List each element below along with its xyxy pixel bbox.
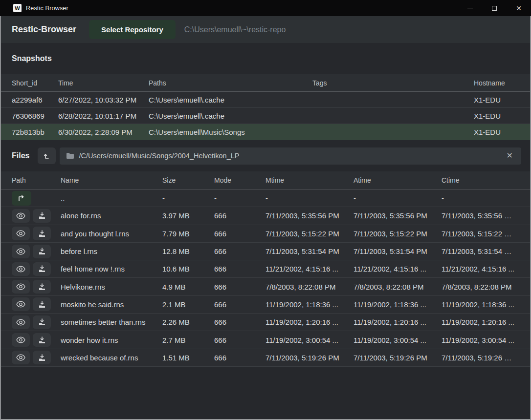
go-up-level-button[interactable] [38,147,56,164]
file-row: moskito he said.rns 2.1 MB 666 11/19/200… [1,296,530,314]
file-name: wrecked because of.rns [61,354,162,362]
minimize-button[interactable] [458,0,482,16]
snapshot-row[interactable]: a2299af6 6/27/2022, 10:03:32 PM C:\Users… [1,92,530,108]
download-file-button[interactable] [33,333,51,347]
file-atime: 11/21/2002, 4:15:16 ... [354,265,442,273]
current-path-bar[interactable]: /C/Users/emuell/Music/Songs/2004_Helveti… [60,147,521,165]
file-mode: 666 [214,283,266,291]
download-icon [38,336,46,344]
column-header-time: Time [58,79,149,87]
download-file-button[interactable] [33,280,51,294]
file-row: feel home now !.rns 10.6 MB 666 11/21/20… [1,260,530,278]
snapshot-short-id: 76306869 [12,112,58,120]
select-repository-button[interactable]: Select Repository [89,20,176,39]
snapshot-hostname: X1-EDU [474,128,519,136]
close-icon: ✕ [516,4,522,12]
toolbar: Restic-Browser Select Repository C:\User… [1,16,530,43]
column-header-path: Path [12,176,61,184]
download-icon [38,230,46,237]
snapshot-row[interactable]: 72b813bb 6/30/2022, 2:28:09 PM C:\Users\… [1,124,530,140]
column-header-mtime: Mtime [266,176,354,184]
preview-file-button[interactable] [12,227,30,240]
preview-file-button[interactable] [12,245,30,258]
file-row: Helvikone.rns 4.9 MB 666 7/8/2003, 8:22:… [1,278,530,295]
current-path-text: /C/Users/emuell/Music/Songs/2004_Helveti… [79,152,504,160]
file-ctime: 7/11/2003, 5:35:56 PM [442,211,519,220]
file-size: 4.9 MB [162,283,214,291]
snapshot-paths: C:\Users\emuell\.cache [149,112,312,120]
snapshot-time: 6/27/2022, 10:03:32 PM [58,96,149,104]
column-header-tags: Tags [312,79,474,87]
app-window: W Restic Browser ✕ Restic-Browser Select… [0,0,531,420]
return-arrow-icon [17,195,26,202]
open-parent-button[interactable] [12,191,31,206]
file-row: and you thought l.rns 7.79 MB 666 7/11/2… [1,225,530,243]
download-file-button[interactable] [33,351,51,364]
preview-file-button[interactable] [12,351,30,364]
download-file-button[interactable] [33,227,51,240]
file-name: before l.rns [61,247,162,255]
file-atime: 7/11/2003, 5:35:56 PM [354,211,442,220]
parent-ctime: - [442,194,519,202]
preview-file-button[interactable] [12,333,30,347]
app-logo-icon: W [13,4,22,12]
eye-icon [16,354,25,361]
file-row: before l.rns 12.8 MB 666 7/11/2003, 5:31… [1,243,530,260]
snapshots-table-header: Short_id Time Paths Tags Hostname [1,74,530,92]
download-file-button[interactable] [33,245,51,258]
empty-area [1,367,530,419]
file-atime: 11/19/2002, 1:20:16 ... [354,318,442,326]
preview-file-button[interactable] [12,209,30,223]
eye-icon [16,336,25,343]
file-mtime: 11/21/2002, 4:15:16 ... [266,265,354,273]
file-size: 7.79 MB [162,230,214,238]
preview-file-button[interactable] [12,262,30,276]
file-mtime: 7/11/2003, 5:19:26 PM [266,354,354,362]
download-file-button[interactable] [33,209,51,223]
file-ctime: 7/11/2003, 5:31:54 PM [442,247,519,255]
preview-file-button[interactable] [12,280,30,294]
app-title: Restic-Browser [12,24,76,35]
file-mtime: 7/11/2003, 5:31:54 PM [266,247,354,255]
download-file-button[interactable] [33,262,51,276]
snapshots-heading: Snapshots [1,43,530,74]
preview-file-button[interactable] [12,315,30,329]
file-size: 3.97 MB [162,211,214,220]
clear-path-button[interactable]: ✕ [505,152,515,160]
snapshot-paths: C:\Users\emuell\.cache [149,96,312,104]
file-ctime: 11/19/2002, 3:00:54 ... [442,336,519,344]
snapshot-time: 6/30/2022, 2:28:09 PM [58,128,149,136]
download-file-button[interactable] [33,315,51,329]
files-table-body: alone for.rns 3.97 MB 666 7/11/2003, 5:3… [1,207,530,367]
minimize-icon [467,8,473,8]
snapshot-short-id: 72b813bb [12,128,58,136]
snapshot-hostname: X1-EDU [474,96,519,104]
preview-file-button[interactable] [12,297,30,311]
snapshot-time: 6/28/2022, 10:01:17 PM [58,112,149,120]
eye-icon [16,230,25,237]
column-header-name: Name [61,176,162,184]
file-ctime: 11/19/2002, 1:20:16 ... [442,318,519,326]
file-mode: 666 [214,354,266,362]
snapshot-short-id: a2299af6 [12,96,58,104]
snapshot-row[interactable]: 76306869 6/28/2022, 10:01:17 PM C:\Users… [1,108,530,124]
file-name: and you thought l.rns [61,230,162,238]
up-level-icon [43,152,51,160]
download-icon [38,354,46,361]
folder-icon [66,152,74,159]
file-mode: 666 [214,230,266,238]
snapshot-paths: C:\Users\emuell\Music\Songs [149,128,312,136]
files-bar: Files /C/Users/emuell/Music/Songs/2004_H… [1,140,530,171]
file-row: wonder how it.rns 2.7 MB 666 11/19/2002,… [1,331,530,349]
maximize-button[interactable] [482,0,507,16]
file-size: 2.26 MB [162,318,214,326]
file-name: sometimes better than.rns [61,318,162,326]
close-button[interactable]: ✕ [507,0,531,16]
file-mtime: 11/19/2002, 1:18:36 ... [266,300,354,309]
file-row: wrecked because of.rns 1.51 MB 666 7/11/… [1,349,530,367]
window-title: Restic Browser [26,5,68,12]
file-size: 10.6 MB [162,265,214,273]
download-file-button[interactable] [33,297,51,311]
snapshots-table-body: a2299af6 6/27/2022, 10:03:32 PM C:\Users… [1,92,530,140]
file-atime: 11/19/2002, 1:18:36 ... [354,300,442,309]
